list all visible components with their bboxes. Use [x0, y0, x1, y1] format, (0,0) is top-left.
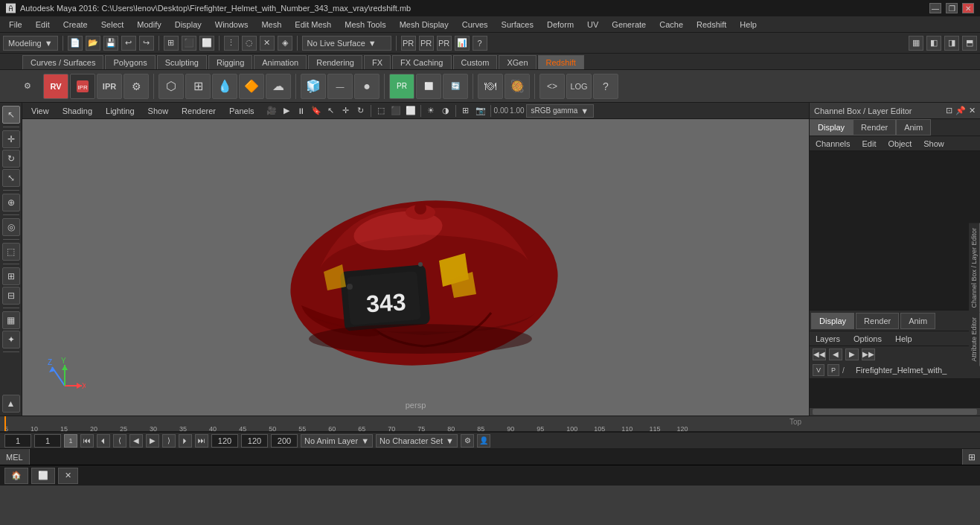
snap-point-btn[interactable]: ✕ [260, 36, 275, 51]
anim-extra-btn1[interactable]: ⚙ [461, 434, 474, 448]
next-key-btn[interactable]: ⟩ [162, 434, 176, 448]
cb-menu-edit[interactable]: Edit [859, 139, 879, 149]
plus-tool[interactable]: ⊞ [2, 267, 20, 285]
menu-file[interactable]: File [3, 19, 28, 31]
menu-modify[interactable]: Modify [131, 19, 167, 31]
le-tab-display[interactable]: Display [811, 313, 854, 329]
taskbar-btn-1[interactable]: 🏠 [4, 468, 28, 484]
current-frame-input[interactable] [4, 434, 31, 448]
shelf-icon-terminal[interactable]: <> [539, 74, 565, 99]
vp-camera-btn[interactable]: 🎥 [265, 104, 278, 118]
menu-generate[interactable]: Generate [606, 19, 652, 31]
vp-smooth-btn[interactable]: ⬛ [389, 104, 403, 118]
shelf-tab-redshift[interactable]: Redshift [538, 55, 584, 69]
timeline-playhead[interactable] [4, 416, 6, 431]
vp-colorspace[interactable]: sRGB gamma ▼ [526, 104, 595, 118]
shelf-icon-pr1[interactable]: PR [389, 74, 414, 99]
shelf-icon-gear[interactable]: ⚙ [124, 74, 149, 99]
shelf-tab-rigging[interactable]: Rigging [208, 55, 252, 69]
menu-cache[interactable]: Cache [653, 19, 689, 31]
le-menu-options[interactable]: Options [851, 334, 885, 344]
shelf-tab-curves[interactable]: Curves / Surfaces [22, 55, 103, 69]
viewport-menu-shading[interactable]: Shading [57, 105, 98, 117]
cb-float-btn[interactable]: ⊡ [946, 106, 952, 115]
menu-display[interactable]: Display [169, 19, 208, 31]
vp-cam-btn[interactable]: 📷 [474, 104, 487, 118]
prev-key-btn[interactable]: ⟨ [113, 434, 126, 448]
play-fwd-btn[interactable]: ▶ [146, 434, 159, 448]
play-back-btn[interactable]: ◀ [129, 434, 143, 448]
universal-tool[interactable]: ⊕ [2, 194, 20, 211]
timeline-ruler[interactable]: 5 10 15 20 25 30 35 40 45 50 55 60 65 70… [0, 416, 980, 432]
shelf-icon-cube[interactable]: 🧊 [301, 74, 326, 99]
undo-btn[interactable]: ↩ [121, 36, 136, 51]
shelf-icon-droplet[interactable]: 💧 [212, 74, 237, 99]
cb-close-btn[interactable]: ✕ [969, 106, 976, 115]
vp-grid-btn[interactable]: ⊞ [459, 104, 473, 118]
paint-tool[interactable]: ✦ [2, 331, 20, 349]
goto-end-btn[interactable]: ⏭ [195, 434, 208, 448]
cb-tab-render[interactable]: Render [853, 119, 896, 136]
vp-texture-btn[interactable]: ⬜ [404, 104, 417, 118]
le-tab-render[interactable]: Render [856, 313, 899, 329]
shelf-tab-fx[interactable]: FX [364, 55, 391, 69]
range-max-input[interactable] [271, 434, 298, 448]
command-input[interactable] [30, 449, 962, 465]
shelf-icon-dish[interactable]: 🥘 [505, 74, 530, 99]
ipr-btn[interactable]: PR [419, 36, 434, 51]
cb-tab-display[interactable]: Display [810, 119, 853, 136]
le-tab-anim[interactable]: Anim [900, 313, 935, 329]
vp-wireframe-btn[interactable]: ⬚ [374, 104, 388, 118]
range-end-input[interactable] [241, 434, 268, 448]
shelf-icon-sphere[interactable]: 🔶 [239, 74, 264, 99]
redo-btn[interactable]: ↪ [139, 36, 154, 51]
prev-frame-btn[interactable]: ⏴ [97, 434, 110, 448]
menu-deform[interactable]: Deform [541, 19, 580, 31]
help-btn[interactable]: ? [473, 36, 487, 51]
viewport-menu-renderer[interactable]: Renderer [176, 105, 222, 117]
select-comp-btn[interactable]: ⬜ [199, 36, 214, 51]
shelf-icon-circle[interactable]: ● [354, 74, 379, 99]
rotate-tool[interactable]: ↻ [2, 150, 20, 168]
viewport-menu-view[interactable]: View [25, 105, 55, 117]
save-file-btn[interactable]: 💾 [103, 36, 118, 51]
cmd-extra-btn[interactable]: ⊞ [962, 449, 980, 465]
camera-tool[interactable]: ▦ [2, 311, 20, 329]
display-toggle-2[interactable]: ◧ [926, 36, 941, 51]
shelf-icon-ipr[interactable]: IPR [97, 74, 122, 99]
next-frame-btn[interactable]: ⏵ [179, 434, 192, 448]
vp-bookmark-btn[interactable]: 🔖 [310, 104, 323, 118]
shelf-icon-create-light[interactable]: ⬡ [158, 74, 184, 99]
cb-menu-show[interactable]: Show [920, 139, 947, 149]
close-button[interactable]: ✕ [962, 3, 974, 13]
menu-uv[interactable]: UV [581, 19, 604, 31]
shelf-tab-sculpting[interactable]: Sculpting [157, 55, 207, 69]
open-file-btn[interactable]: 📂 [86, 36, 100, 51]
layer-type[interactable]: P [827, 364, 839, 376]
mode-dropdown[interactable]: Modeling ▼ [3, 36, 58, 51]
arrow-down[interactable]: ▲ [2, 395, 20, 413]
frame-thumb[interactable]: 1 [64, 434, 77, 448]
le-arrow-next[interactable]: ▶ [845, 349, 859, 360]
viewport-canvas[interactable]: 343 Z [22, 119, 809, 416]
live-surface-dropdown[interactable]: No Live Surface ▼ [302, 36, 391, 51]
restore-button[interactable]: ❐ [946, 3, 958, 13]
vp-film-btn[interactable]: ▶ [280, 104, 293, 118]
le-arrow-prev[interactable]: ◀ [829, 349, 842, 360]
shelf-icon-cloud[interactable]: ☁ [266, 74, 291, 99]
shelf-icon-tool2[interactable]: — [327, 74, 353, 99]
goto-start-btn[interactable]: ⏮ [80, 434, 94, 448]
shelf-icon-rv[interactable]: RV [43, 74, 68, 99]
menu-mesh-tools[interactable]: Mesh Tools [339, 19, 391, 31]
taskbar-btn-close[interactable]: ✕ [58, 468, 78, 484]
cb-pin-btn[interactable]: 📌 [955, 106, 966, 115]
menu-mesh-display[interactable]: Mesh Display [394, 19, 455, 31]
menu-create[interactable]: Create [57, 19, 94, 31]
le-arrow-first[interactable]: ◀◀ [813, 349, 826, 360]
display-toggle-3[interactable]: ◨ [944, 36, 959, 51]
scale-tool[interactable]: ⤡ [2, 169, 20, 187]
cb-menu-object[interactable]: Object [885, 139, 915, 149]
shelf-icon-pr3[interactable]: 🔄 [443, 74, 468, 99]
start-frame-input[interactable] [34, 434, 61, 448]
shelf-tab-rendering[interactable]: Rendering [308, 55, 362, 69]
